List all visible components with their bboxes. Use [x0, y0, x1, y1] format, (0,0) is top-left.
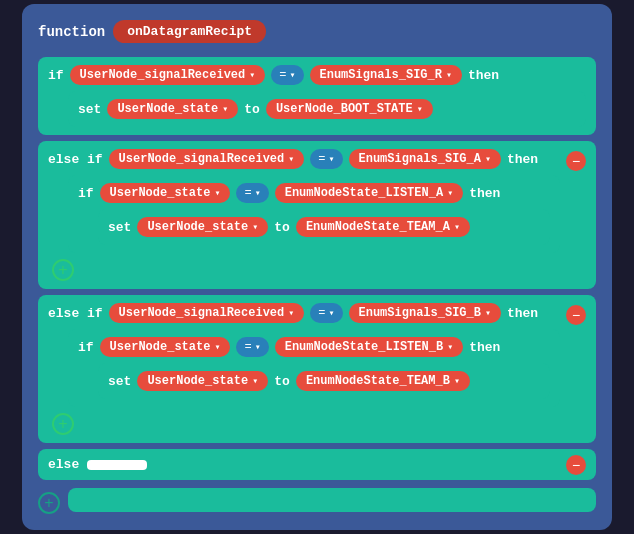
inner-to-kw-3: to	[274, 374, 290, 389]
inner-if-row-3: if UserNode_state = EnumNodeState_LISTEN…	[78, 337, 550, 357]
set-block-1: set UserNode_state to UserNode_BOOT_STAT…	[68, 91, 586, 127]
minus-button-3[interactable]: −	[566, 305, 586, 325]
inner-set-block-2: set UserNode_state to EnumNodeState_TEAM…	[98, 209, 550, 245]
set-val-1[interactable]: UserNode_BOOT_STATE	[266, 99, 433, 119]
inner-if-keyword-3: if	[78, 340, 94, 355]
inner-set-kw-2: set	[108, 220, 131, 235]
variable-1[interactable]: UserNode_signalReceived	[70, 65, 266, 85]
inner-if-block-3: if UserNode_state = EnumNodeState_LISTEN…	[68, 329, 560, 407]
inner-set-val-3[interactable]: EnumNodeState_TEAM_B	[296, 371, 470, 391]
final-plus-row: +	[38, 486, 596, 514]
set-block-1-row: set UserNode_state to UserNode_BOOT_STAT…	[78, 99, 576, 119]
inner-set-kw-3: set	[108, 374, 131, 389]
minus-button-else[interactable]: −	[566, 455, 586, 475]
then-3: then	[507, 306, 538, 321]
to-keyword-1: to	[244, 102, 260, 117]
inner-set-val-2[interactable]: EnumNodeState_TEAM_A	[296, 217, 470, 237]
plus-button-main[interactable]: +	[38, 492, 60, 514]
set-var-1[interactable]: UserNode_state	[107, 99, 238, 119]
inner-then-2: then	[469, 186, 500, 201]
variable-2[interactable]: UserNode_signalReceived	[109, 149, 305, 169]
else-if-block-3-outer: else if UserNode_signalReceived = EnumSi…	[38, 295, 596, 443]
if-keyword-1: if	[48, 68, 64, 83]
inner-op-2[interactable]: =	[236, 183, 268, 203]
then-2: then	[507, 152, 538, 167]
plus-button-2[interactable]: +	[52, 259, 74, 281]
else-if-block-3-row: else if UserNode_signalReceived = EnumSi…	[48, 303, 560, 323]
if-block-1: if UserNode_signalReceived = EnumSignals…	[38, 57, 596, 135]
op-1[interactable]: =	[271, 65, 303, 85]
else-if-keyword-2: else if	[48, 152, 103, 167]
main-container: function onDatagramRecipt if UserNode_si…	[22, 4, 612, 530]
else-keyword: else	[48, 457, 79, 472]
function-name-badge[interactable]: onDatagramRecipt	[113, 20, 266, 43]
else-if-block-2-outer: else if UserNode_signalReceived = EnumSi…	[38, 141, 596, 289]
if-block-1-row: if UserNode_signalReceived = EnumSignals…	[48, 65, 586, 85]
inner-set-row-3: set UserNode_state to EnumNodeState_TEAM…	[108, 371, 540, 391]
inner-value-2[interactable]: EnumNodeState_LISTEN_A	[275, 183, 463, 203]
value-1[interactable]: EnumSignals_SIG_R	[310, 65, 462, 85]
inner-then-3: then	[469, 340, 500, 355]
function-header: function onDatagramRecipt	[38, 20, 596, 43]
inner-set-block-3: set UserNode_state to EnumNodeState_TEAM…	[98, 363, 550, 399]
variable-3[interactable]: UserNode_signalReceived	[109, 303, 305, 323]
inner-var-2[interactable]: UserNode_state	[100, 183, 231, 203]
else-if-block-2: else if UserNode_signalReceived = EnumSi…	[38, 141, 596, 289]
inner-set-var-3[interactable]: UserNode_state	[137, 371, 268, 391]
inner-set-var-2[interactable]: UserNode_state	[137, 217, 268, 237]
set-keyword-1: set	[78, 102, 101, 117]
inner-var-3[interactable]: UserNode_state	[100, 337, 231, 357]
inner-if-block-2: if UserNode_state = EnumNodeState_LISTEN…	[68, 175, 560, 253]
op-2[interactable]: =	[310, 149, 342, 169]
op-3[interactable]: =	[310, 303, 342, 323]
teal-bar	[68, 488, 596, 512]
inner-value-3[interactable]: EnumNodeState_LISTEN_B	[275, 337, 463, 357]
else-white-bar	[87, 460, 147, 470]
else-if-block-2-row: else if UserNode_signalReceived = EnumSi…	[48, 149, 560, 169]
value-3[interactable]: EnumSignals_SIG_B	[349, 303, 501, 323]
else-if-keyword-3: else if	[48, 306, 103, 321]
inner-if-row-2: if UserNode_state = EnumNodeState_LISTEN…	[78, 183, 550, 203]
else-block-outer: else −	[38, 449, 596, 480]
plus-button-3[interactable]: +	[52, 413, 74, 435]
inner-if-keyword-2: if	[78, 186, 94, 201]
else-block: else	[38, 449, 596, 480]
else-if-block-3: else if UserNode_signalReceived = EnumSi…	[38, 295, 596, 443]
function-keyword: function	[38, 24, 105, 40]
then-1: then	[468, 68, 499, 83]
inner-to-kw-2: to	[274, 220, 290, 235]
inner-set-row-2: set UserNode_state to EnumNodeState_TEAM…	[108, 217, 540, 237]
inner-op-3[interactable]: =	[236, 337, 268, 357]
value-2[interactable]: EnumSignals_SIG_A	[349, 149, 501, 169]
minus-button-2[interactable]: −	[566, 151, 586, 171]
